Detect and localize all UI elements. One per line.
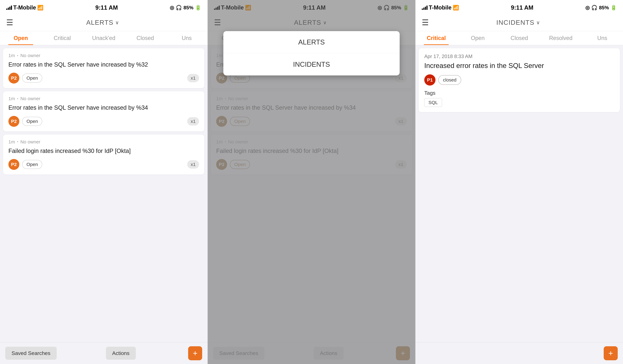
card-title-1-3: Failed login rates increased %30 for IdP…: [8, 147, 199, 155]
tab-open-3[interactable]: Open: [457, 31, 498, 45]
nav-dropdown-icon-3: ∨: [536, 20, 540, 25]
carrier-name-3: T-Mobile: [429, 4, 451, 11]
alert-card-1-3[interactable]: 1m • No owner Failed login rates increas…: [3, 135, 204, 175]
status-badge-1-3[interactable]: Open: [22, 160, 42, 169]
location-icon-3: ◎: [585, 5, 590, 11]
status-badge-1-2[interactable]: Open: [22, 117, 42, 126]
right-icons-3: ◎ 🎧 85% 🔋: [585, 5, 617, 11]
nav-dropdown-icon-1: ∨: [115, 20, 119, 25]
battery-icon-1: 🔋: [195, 5, 201, 11]
tab-uns-3[interactable]: Uns: [581, 31, 623, 45]
card-footer-1-1: P2 Open x1: [8, 73, 199, 83]
priority-badge-1-3: P2: [8, 159, 19, 170]
status-badge-1-1[interactable]: Open: [22, 74, 42, 82]
tab-critical-3[interactable]: Critical: [416, 31, 457, 45]
card-footer-1-3: P2 Open x1: [8, 159, 199, 170]
detail-date-3: Apr 17, 2018 8:33 AM: [424, 54, 614, 59]
alert-card-1-1[interactable]: 1m • No owner Error rates in the SQL Ser…: [3, 48, 204, 88]
battery-icon-3: 🔋: [611, 5, 617, 11]
tabs-bar-1: Open Critical Unack'ed Closed Uns: [0, 31, 207, 45]
content-1: 1m • No owner Error rates in the SQL Ser…: [0, 45, 207, 342]
count-badge-1-2: x1: [187, 117, 199, 125]
card-time-1-3: 1m: [8, 139, 15, 144]
dropdown-incidents-2[interactable]: INCIDENTS: [223, 53, 400, 76]
battery-label-1: 85%: [183, 5, 193, 11]
card-owner-1-2: No owner: [21, 96, 40, 101]
carrier-3: T-Mobile 📶: [422, 4, 459, 11]
time-3: 9:11 AM: [511, 4, 533, 11]
card-meta-1-1: 1m • No owner: [8, 53, 199, 58]
dropdown-overlay-2[interactable]: ALERTS INCIDENTS: [208, 0, 415, 364]
tab-open-1[interactable]: Open: [0, 31, 42, 45]
priority-badge-1-2: P2: [8, 116, 19, 127]
detail-badges-3: P1 closed: [424, 74, 614, 85]
p1-badge-3: P1: [424, 74, 435, 85]
nav-bar-1: ☰ ALERTS ∨: [0, 14, 207, 31]
headphone-icon-1: 🎧: [176, 5, 182, 11]
tags-section-3: Tags SQL: [424, 90, 614, 107]
tab-uns-1[interactable]: Uns: [166, 31, 207, 45]
tab-closed-1[interactable]: Closed: [124, 31, 166, 45]
carrier-name-1: T-Mobile: [13, 4, 36, 11]
tags-label-3: Tags: [424, 90, 614, 96]
card-meta-1-2: 1m • No owner: [8, 96, 199, 101]
saved-searches-btn-1[interactable]: Saved Searches: [5, 347, 57, 360]
card-title-1-1: Error rates in the SQL Server have incre…: [8, 61, 199, 69]
card-title-1-2: Error rates in the SQL Server have incre…: [8, 104, 199, 112]
detail-card-3[interactable]: Apr 17, 2018 8:33 AM Increased error rat…: [419, 48, 620, 112]
screen2: T-Mobile 📶 9:11 AM ◎ 🎧 85% 🔋 ☰ ALERTS ∨ …: [208, 0, 416, 364]
headphone-icon-3: 🎧: [591, 5, 598, 11]
tab-closed-3[interactable]: Closed: [499, 31, 540, 45]
tab-critical-1[interactable]: Critical: [42, 31, 83, 45]
closed-badge-3[interactable]: closed: [438, 75, 461, 85]
battery-label-3: 85%: [599, 5, 609, 11]
card-time-1-2: 1m: [8, 96, 15, 101]
nav-title-wrap-1[interactable]: ALERTS ∨: [86, 19, 119, 26]
count-badge-1-1: x1: [187, 74, 199, 82]
nav-bar-3: ☰ INCIDENTS ∨: [416, 14, 623, 31]
signal-icon-1: [6, 5, 12, 10]
screen1: T-Mobile 📶 9:11 AM ◎ 🎧 85% 🔋 ☰ ALERTS ∨ …: [0, 0, 208, 364]
fab-btn-1[interactable]: +: [188, 346, 202, 360]
card-meta-1-3: 1m • No owner: [8, 139, 199, 144]
detail-title-3: Increased error rates in the SQL Server: [424, 61, 614, 70]
tab-unacked-1[interactable]: Unack'ed: [83, 31, 124, 45]
bottom-bar-1: Saved Searches Actions +: [0, 342, 207, 364]
wifi-icon-3: 📶: [453, 5, 459, 11]
right-icons-1: ◎ 🎧 85% 🔋: [170, 5, 201, 11]
tabs-bar-3: Critical Open Closed Resolved Uns: [416, 31, 623, 45]
card-dot-1-1: •: [17, 54, 18, 57]
dropdown-alerts-2[interactable]: ALERTS: [223, 31, 400, 53]
hamburger-icon-3[interactable]: ☰: [422, 19, 429, 26]
card-time-1-1: 1m: [8, 53, 15, 58]
card-owner-1-3: No owner: [21, 139, 40, 144]
dropdown-menu-2: ALERTS INCIDENTS: [223, 31, 400, 76]
carrier-1: T-Mobile 📶: [6, 4, 44, 11]
card-footer-1-2: P2 Open x1: [8, 116, 199, 127]
tag-sql-3[interactable]: SQL: [424, 98, 442, 107]
alert-card-1-2[interactable]: 1m • No owner Error rates in the SQL Ser…: [3, 91, 204, 131]
screen3: T-Mobile 📶 9:11 AM ◎ 🎧 85% 🔋 ☰ INCIDENTS…: [416, 0, 623, 364]
time-1: 9:11 AM: [95, 4, 118, 11]
nav-title-wrap-3[interactable]: INCIDENTS ∨: [496, 19, 540, 26]
status-bar-1: T-Mobile 📶 9:11 AM ◎ 🎧 85% 🔋: [0, 0, 207, 14]
bottom-bar-3: +: [416, 342, 623, 364]
hamburger-icon-1[interactable]: ☰: [6, 19, 13, 26]
wifi-icon-1: 📶: [37, 5, 44, 11]
status-bar-3: T-Mobile 📶 9:11 AM ◎ 🎧 85% 🔋: [416, 0, 623, 14]
actions-btn-1[interactable]: Actions: [106, 347, 136, 360]
location-icon-1: ◎: [170, 5, 174, 11]
nav-title-3: INCIDENTS: [496, 19, 534, 26]
priority-badge-1-1: P2: [8, 73, 19, 83]
fab-btn-3[interactable]: +: [604, 346, 618, 360]
card-dot-1-3: •: [17, 140, 18, 143]
count-badge-1-3: x1: [187, 160, 199, 169]
signal-icon-3: [422, 5, 427, 10]
card-owner-1-1: No owner: [21, 53, 40, 58]
card-dot-1-2: •: [17, 97, 18, 101]
content-spacer-3: [416, 115, 623, 342]
nav-title-1: ALERTS: [86, 19, 113, 26]
tab-resolved-3[interactable]: Resolved: [540, 31, 581, 45]
